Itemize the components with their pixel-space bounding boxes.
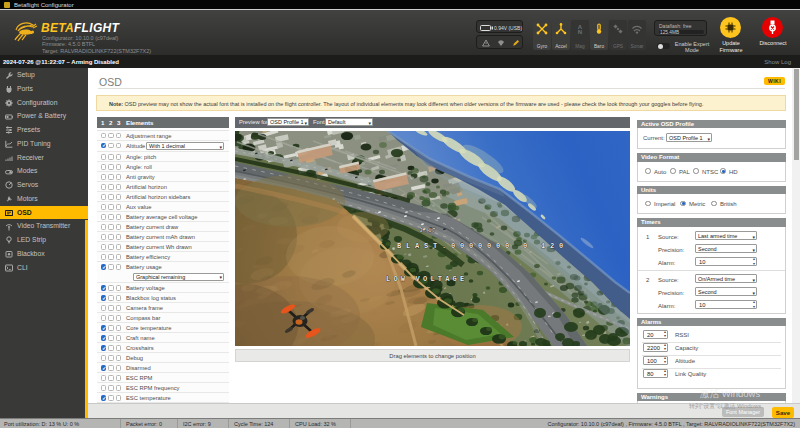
- svg-text:N: N: [578, 29, 582, 35]
- svg-text:BLAST.0000000 0 120: BLAST.0000000 0 120: [397, 242, 568, 250]
- svg-text:2:17: 2:17: [420, 228, 437, 233]
- svg-text:LOW VOLTAGE: LOW VOLTAGE: [386, 275, 467, 283]
